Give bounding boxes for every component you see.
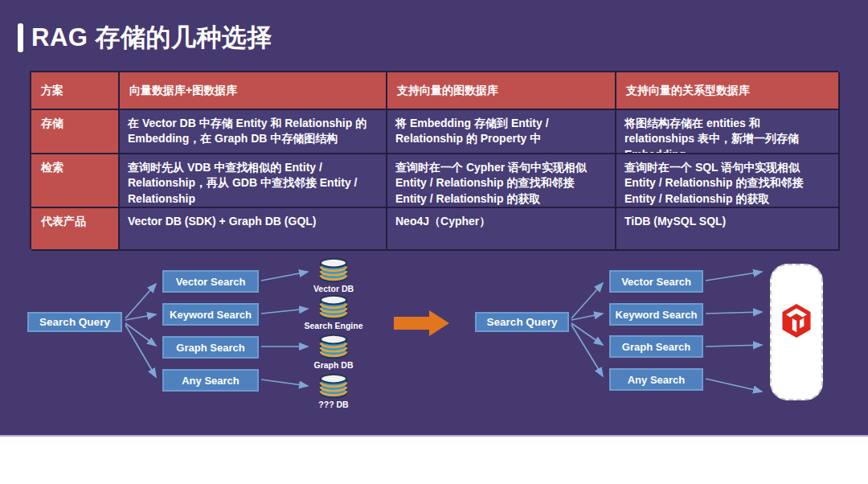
search-engine-item: Search Engine bbox=[305, 294, 362, 330]
slide-main-area: RAG 存储的几种选择 方案 向量数据库+图数据库 支持向量的图数据库 支持向量… bbox=[0, 0, 868, 435]
table-cell: TiDB (MySQL SQL) bbox=[616, 208, 840, 251]
graph-db-icon bbox=[316, 334, 351, 359]
vector-db-icon bbox=[316, 257, 351, 283]
db-label: Search Engine bbox=[305, 321, 363, 330]
table-cell: 将图结构存储在 entities 和 relationships 表中，新增一列… bbox=[616, 110, 840, 154]
db-label: Vector DB bbox=[313, 284, 354, 293]
unknown-db-icon bbox=[316, 373, 351, 399]
table-header-scheme: 方案 bbox=[31, 72, 120, 110]
table-cell: Neo4J（Cypher） bbox=[387, 208, 616, 251]
db-label: Graph DB bbox=[313, 360, 353, 370]
footer-bar: DA 数智大会 Data+AI Conference DataFun. bbox=[0, 435, 868, 484]
search-query-box-right: Search Query bbox=[475, 312, 569, 332]
db-label: ??? DB bbox=[318, 400, 348, 409]
tidb-target-card bbox=[770, 264, 823, 400]
vector-search-box-left: Vector Search bbox=[162, 270, 259, 293]
tidb-logo-icon bbox=[780, 303, 813, 338]
table-header-vector-rdb: 支持向量的关系型数据库 bbox=[616, 72, 840, 110]
table-header-vdb-gdb: 向量数据库+图数据库 bbox=[120, 72, 387, 110]
table-cell: 将 Embedding 存储到 Entity / Relationship 的 … bbox=[387, 110, 616, 154]
search-query-box-left: Search Query bbox=[27, 312, 122, 332]
slide: RAG 存储的几种选择 方案 向量数据库+图数据库 支持向量的图数据库 支持向量… bbox=[0, 0, 868, 484]
page-title: RAG 存储的几种选择 bbox=[31, 21, 272, 55]
unknown-db-item: ??? DB bbox=[305, 373, 362, 409]
table-cell: 在 Vector DB 中存储 Entity 和 Relationship 的 … bbox=[120, 110, 387, 154]
title-accent-bar bbox=[18, 23, 23, 52]
row-label-storage: 存储 bbox=[31, 110, 120, 154]
table-header-vector-graphdb: 支持向量的图数据库 bbox=[387, 72, 616, 110]
table-cell: 查询时先从 VDB 中查找相似的 Entity / Relationship，再… bbox=[120, 154, 387, 208]
keyword-search-box-right: Keyword Search bbox=[609, 303, 703, 326]
transition-arrow-icon bbox=[394, 310, 449, 336]
comparison-table: 方案 向量数据库+图数据库 支持向量的图数据库 支持向量的关系型数据库 存储 在… bbox=[30, 71, 838, 249]
graph-search-box-left: Graph Search bbox=[162, 336, 259, 359]
search-engine-icon bbox=[316, 294, 351, 320]
table-cell: Vector DB (SDK) + Graph DB (GQL) bbox=[120, 208, 387, 251]
table-cell: 查询时在一个 SQL 语句中实现相似 Entity / Relationship… bbox=[616, 154, 840, 208]
table-cell: 查询时在一个 Cypher 语句中实现相似 Entity / Relations… bbox=[387, 154, 616, 208]
vector-search-box-right: Vector Search bbox=[609, 270, 703, 293]
graph-search-box-right: Graph Search bbox=[609, 335, 703, 358]
any-search-box-right: Any Search bbox=[609, 368, 703, 391]
vector-db-item: Vector DB bbox=[305, 257, 362, 293]
any-search-box-left: Any Search bbox=[162, 369, 259, 392]
row-label-products: 代表产品 bbox=[31, 208, 120, 251]
row-label-retrieval: 检索 bbox=[31, 154, 120, 208]
graph-db-item: Graph DB bbox=[305, 334, 362, 370]
keyword-search-box-left: Keyword Search bbox=[162, 303, 259, 326]
title-block: RAG 存储的几种选择 bbox=[18, 21, 272, 55]
